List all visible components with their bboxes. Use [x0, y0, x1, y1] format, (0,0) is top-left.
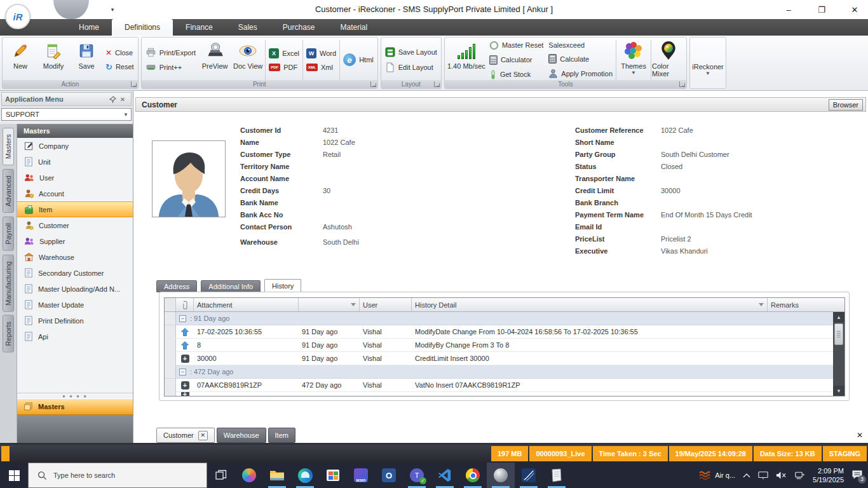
sidebar-item-item[interactable]: Item	[17, 201, 133, 217]
taskbar-search[interactable]: Type here to search	[28, 463, 207, 488]
sidebar-item-master-update[interactable]: Master Update	[17, 297, 133, 313]
network-icon[interactable]	[794, 471, 805, 480]
print-dialog-launcher-icon[interactable]	[370, 81, 376, 87]
tools-dialog-launcher-icon[interactable]	[679, 81, 685, 87]
scroll-down-icon[interactable]: ▼	[833, 386, 844, 396]
history-row[interactable]: + 07AAKCB9819R1ZP 472 Day ago Vishal Vat…	[165, 379, 833, 392]
print-plus-button[interactable]: Print++	[146, 62, 196, 72]
sidebar-item-supplier[interactable]: Supplier	[17, 233, 133, 249]
sidebar-item-user[interactable]: User	[17, 170, 133, 186]
ribbon-tab-home[interactable]: Home	[66, 19, 112, 36]
sidebar-item-unit[interactable]: Unit	[17, 154, 133, 170]
scroll-up-icon[interactable]: ▲	[833, 312, 844, 322]
preview-button[interactable]: PreView	[198, 39, 231, 81]
sidebar-item-customer[interactable]: Customer	[17, 217, 133, 233]
ireckoner-menu-button[interactable]: iReckoner▼	[691, 39, 724, 81]
doc-tab-warehouse[interactable]: Warehouse	[217, 428, 266, 443]
ribbon-tab-material[interactable]: Material	[327, 19, 380, 36]
masters-bottom-button[interactable]: Masters	[17, 398, 133, 415]
rail-tab-reports[interactable]: Reports	[3, 315, 14, 353]
calculator-button[interactable]: Calculator	[489, 55, 543, 65]
sidebar-item-master-uploading[interactable]: Master Uploading/Add N...	[17, 281, 133, 297]
ribbon-tab-purchase[interactable]: Purchase	[270, 19, 328, 36]
restore-button[interactable]: ❐	[813, 3, 830, 17]
taskbar-m365[interactable]: M365	[347, 463, 375, 488]
print-export-button[interactable]: Print/Export	[146, 48, 196, 57]
start-button[interactable]	[0, 463, 28, 488]
close-button[interactable]: ✕	[846, 3, 863, 17]
history-row[interactable]: 17-02-2025 10:36:55 91 Day ago Vishal Mo…	[165, 325, 833, 339]
group-row-91-days[interactable]: −: 91 Day ago	[165, 312, 833, 325]
taskbar-clock[interactable]: 2:09 PM 5/19/2025	[813, 466, 844, 484]
rail-tab-payroll[interactable]: Payroll	[3, 217, 14, 251]
edit-layout-button[interactable]: Edit Layout	[385, 62, 437, 72]
close-form-button[interactable]: ✕Close	[105, 48, 134, 57]
column-header-remarks[interactable]: Remarks	[768, 298, 844, 311]
word-button[interactable]: WWord	[306, 48, 336, 58]
rail-tab-advanced[interactable]: Advanced	[3, 169, 14, 213]
rail-tab-masters[interactable]: Masters	[3, 128, 14, 165]
calculate-button[interactable]: Calculate	[548, 54, 613, 64]
themes-button[interactable]: Themes▼	[617, 39, 650, 81]
taskbar-outlook[interactable]: O	[375, 463, 403, 488]
action-dialog-launcher-icon[interactable]	[131, 81, 137, 87]
rail-tab-manufacturing[interactable]: Manufacturing	[3, 255, 14, 312]
taskbar-edge[interactable]	[291, 463, 319, 488]
taskbar-chrome[interactable]	[459, 463, 487, 488]
group-row-472-days[interactable]: −: 472 Day ago	[165, 365, 833, 379]
ribbon-tab-finance[interactable]: Finance	[173, 19, 226, 36]
sidebar-splitter[interactable]: ● ● ● ●	[17, 393, 133, 398]
taskbar-notepad[interactable]	[543, 463, 571, 488]
excel-button[interactable]: XExcel	[269, 48, 299, 58]
reset-button[interactable]: ↻Reset	[105, 62, 134, 72]
history-row[interactable]: 8 91 Day ago Vishal ModifyBy Change From…	[165, 339, 833, 352]
filter-icon[interactable]	[759, 303, 764, 306]
modify-button[interactable]: Modify	[37, 39, 70, 81]
new-button[interactable]: New	[4, 39, 37, 81]
master-reset-button[interactable]: Master Reset	[489, 41, 543, 50]
tray-expand-chevron-icon[interactable]	[743, 473, 750, 478]
scrollbar-thumb[interactable]	[834, 323, 843, 345]
ribbon-tab-sales[interactable]: Sales	[226, 19, 270, 36]
tab-address[interactable]: Address	[156, 280, 197, 292]
pin-icon[interactable]	[107, 94, 118, 104]
tab-history[interactable]: History	[264, 279, 301, 292]
column-header-user[interactable]: User	[360, 298, 412, 311]
task-view-button[interactable]	[207, 463, 235, 488]
taskbar-copilot[interactable]	[235, 463, 263, 488]
volume-muted-icon[interactable]	[776, 471, 787, 480]
pane-close-icon[interactable]: ✕	[118, 94, 128, 104]
notification-center-button[interactable]: 3	[851, 470, 863, 481]
doc-tab-item[interactable]: Item	[268, 428, 295, 443]
minimize-button[interactable]: –	[780, 3, 797, 17]
doc-tab-customer[interactable]: Customer ✕	[156, 428, 215, 443]
taskbar-ssms[interactable]	[515, 463, 543, 488]
cast-icon[interactable]	[758, 471, 768, 480]
column-header-attachment[interactable]: Attachment	[194, 298, 299, 311]
tab-additional-info[interactable]: Additional Info	[201, 280, 261, 292]
weather-widget[interactable]: Air q...	[698, 470, 735, 480]
history-row[interactable]: + 30000 91 Day ago Vishal CreditLimit In…	[165, 352, 833, 365]
salesxceed-button[interactable]: Salesxceed	[548, 41, 613, 49]
taskbar-store[interactable]	[319, 463, 347, 488]
browser-button[interactable]: Browser	[829, 99, 863, 111]
sidebar-item-warehouse[interactable]: Warehouse	[17, 249, 133, 265]
color-mixer-button[interactable]: Color Mixer	[652, 39, 685, 81]
apply-promotion-button[interactable]: Apply Promotion	[548, 69, 613, 78]
get-stock-button[interactable]: Get Stock	[489, 70, 543, 79]
collapse-icon[interactable]: −	[179, 315, 186, 322]
sidebar-item-secondary-customer[interactable]: Secondary Customer	[17, 265, 133, 281]
sidebar-item-api[interactable]: Api	[17, 329, 133, 344]
sidebar-item-print-definition[interactable]: Print Definition	[17, 313, 133, 329]
column-header-age[interactable]	[299, 298, 360, 311]
sidebar-item-company[interactable]: Company	[17, 138, 133, 154]
doc-tab-close-icon[interactable]: ✕	[198, 431, 208, 440]
taskbar-ireckoner[interactable]	[487, 463, 515, 488]
xml-button[interactable]: XMLXml	[306, 64, 336, 71]
taskbar-vscode[interactable]	[431, 463, 459, 488]
filter-icon[interactable]	[351, 303, 356, 306]
sidebar-item-account[interactable]: Account	[17, 186, 133, 201]
html-button[interactable]: e Html	[343, 53, 374, 66]
profile-dropdown[interactable]: SUPPORT ▼	[1, 108, 132, 121]
collapse-icon[interactable]: −	[179, 369, 186, 376]
